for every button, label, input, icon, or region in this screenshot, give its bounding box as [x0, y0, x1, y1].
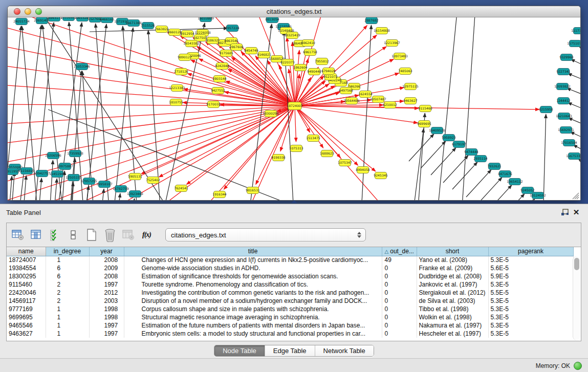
graph-node[interactable]: 9242848 — [215, 63, 229, 70]
window-resize-grip[interactable] — [571, 191, 579, 200]
table-cell[interactable]: 5.3E-5 — [488, 280, 573, 289]
table-cell[interactable]: Dudbridge et al. (2008) — [417, 272, 488, 280]
table-cell[interactable]: 5.5E-5 — [488, 289, 573, 297]
table-cell[interactable]: 9115460 — [7, 280, 46, 289]
graph-node[interactable]: 9890127 — [178, 54, 192, 61]
table-cell[interactable]: 1997 — [89, 321, 124, 330]
graph-node[interactable]: 6794028 — [321, 68, 336, 75]
graph-node[interactable]: 12975115 — [402, 83, 419, 90]
table-cell[interactable]: 2 — [46, 280, 89, 289]
graph-node[interactable]: 2803144 — [212, 76, 227, 82]
graph-node[interactable]: 8813054 — [265, 17, 279, 23]
table-cell[interactable]: Embryonic stem cells: a model to study s… — [124, 330, 382, 338]
graph-node[interactable]: 11173301 — [571, 28, 580, 34]
graph-node[interactable]: 1810755 — [169, 99, 183, 106]
table-cell[interactable]: 5.3E-5 — [488, 305, 573, 313]
table-cell[interactable]: 2008 — [89, 272, 124, 280]
table-cell[interactable]: Structural magnetic resonance image aver… — [124, 313, 382, 321]
graph-node[interactable]: 9329968 — [559, 54, 574, 61]
tab-edge-table[interactable]: Edge Table — [265, 345, 315, 356]
deselect-all-button[interactable] — [66, 228, 80, 242]
table-cell[interactable]: Tibbo et al. (1998) — [417, 305, 488, 313]
table-row[interactable]: 1456911722003Disruption of a novel membe… — [7, 297, 573, 305]
table-cell[interactable]: Investigating the contribution of common… — [124, 289, 382, 297]
table-cell[interactable]: Tourette syndrome. Phenomenology and cla… — [124, 280, 382, 289]
table-row[interactable]: 977716911998Corpus callosum shape and si… — [7, 305, 573, 313]
graph-node[interactable]: 8912954 — [180, 31, 194, 37]
table-cell[interactable]: 5.3E-5 — [488, 313, 573, 321]
table-cell[interactable]: 18300295 — [7, 272, 46, 280]
graph-node[interactable]: 7515526 — [141, 23, 155, 29]
table-cell[interactable]: 6 — [46, 272, 89, 280]
graph-node[interactable]: 2887682 — [364, 17, 379, 24]
graph-node[interactable]: 8994058 — [356, 167, 370, 173]
table-cell[interactable]: Disruption of a novel member of a sodium… — [124, 297, 382, 305]
graph-node[interactable]: 7857224 — [225, 25, 239, 32]
graph-node[interactable]: 9474444 — [464, 149, 478, 156]
graph-node[interactable]: 2935114 — [473, 156, 488, 162]
table-cell[interactable]: 49 — [382, 256, 417, 264]
table-cell[interactable]: Genome-wide association studies in ADHD. — [124, 264, 382, 272]
graph-node[interactable]: 20206596 — [45, 152, 61, 159]
graph-hub-node[interactable]: 18724007 — [287, 102, 303, 110]
graph-node[interactable]: 8862410 — [301, 40, 315, 47]
tab-node-table[interactable]: Node Table — [214, 345, 265, 356]
table-cell[interactable]: Stergiakouli et al. (2012) — [417, 289, 488, 297]
column-header-pagerank[interactable]: pagerank — [488, 247, 573, 256]
graph-node[interactable]: 1624554 — [358, 91, 373, 98]
graph-node[interactable]: 2867608 — [229, 44, 244, 51]
table-cell[interactable]: 2 — [46, 297, 89, 305]
table-cell[interactable]: 1 — [46, 305, 89, 313]
table-selector-dropdown[interactable]: citations_edges.txt — [165, 228, 366, 242]
graph-node[interactable]: 15751074 — [567, 40, 580, 47]
graph-node[interactable]: 9427552 — [211, 87, 225, 94]
graph-node[interactable]: 12093822 — [554, 83, 571, 90]
graph-node[interactable]: 16782759 — [113, 186, 129, 192]
graph-node[interactable]: 5905131 — [128, 173, 142, 180]
table-cell[interactable]: Yano et al. (2008) — [417, 256, 488, 264]
table-cell[interactable]: 2 — [46, 289, 89, 297]
table-vertical-scrollbar[interactable] — [573, 256, 580, 340]
table-cell[interactable]: 1 — [46, 313, 89, 321]
graph-node[interactable]: 8220373 — [280, 59, 295, 66]
graph-node[interactable]: 15692971 — [558, 127, 574, 134]
table-cell[interactable]: 1998 — [89, 305, 124, 313]
select-all-button[interactable] — [48, 228, 61, 242]
table-cell[interactable]: 22420046 — [7, 289, 46, 297]
graph-node[interactable]: 1075347 — [338, 160, 352, 166]
graph-node[interactable]: 17957255 — [81, 178, 97, 185]
graph-node[interactable]: 16958107 — [96, 181, 113, 188]
table-cell[interactable]: Changes of HCN gene expression and I(f) … — [124, 256, 382, 264]
graph-node[interactable]: 11451944 — [49, 171, 66, 178]
table-cell[interactable]: 2012 — [89, 289, 124, 297]
table-cell[interactable]: 0 — [382, 297, 417, 305]
graph-node[interactable]: 3911955 — [8, 168, 19, 175]
table-cell[interactable]: 19384554 — [7, 264, 46, 272]
table-cell[interactable]: 1997 — [89, 280, 124, 289]
table-cell[interactable]: Hescheler et al. (1997) — [417, 330, 488, 338]
graph-node[interactable]: 7663822 — [155, 26, 169, 33]
graph-node[interactable]: 7485063 — [398, 68, 412, 75]
memory-status-indicator[interactable] — [574, 362, 582, 370]
graph-node[interactable]: 16409528 — [429, 127, 445, 134]
scrollbar-thumb[interactable] — [574, 258, 579, 270]
graph-node[interactable]: 8660128 — [167, 29, 182, 36]
function-builder-button[interactable]: f(x) — [140, 228, 154, 242]
graph-node[interactable]: 5958923 — [442, 135, 456, 141]
graph-node[interactable]: 9170031 — [206, 101, 221, 108]
graph-node[interactable]: 9490448 — [307, 69, 321, 75]
table-cell[interactable]: Wolkin et al. (1998) — [417, 313, 488, 321]
graph-node[interactable]: 9115460 — [418, 105, 432, 112]
column-header-short[interactable]: short — [417, 247, 488, 256]
graph-node[interactable]: 6179197 — [452, 141, 466, 148]
graph-node[interactable]: 9245345 — [374, 172, 388, 179]
graph-node[interactable]: 1688623 — [320, 150, 334, 157]
graph-node[interactable]: 7932621 — [487, 163, 502, 170]
table-cell[interactable]: 14569117 — [7, 297, 46, 305]
graph-node[interactable]: 1916344 — [212, 191, 227, 198]
graph-node[interactable]: 16543382 — [183, 40, 200, 47]
graph-node[interactable]: 17016504 — [561, 140, 577, 146]
table-cell[interactable]: 5.3E-5 — [488, 330, 573, 338]
graph-node[interactable]: 12213383 — [169, 85, 185, 92]
graph-node[interactable]: 10654112 — [507, 179, 523, 185]
